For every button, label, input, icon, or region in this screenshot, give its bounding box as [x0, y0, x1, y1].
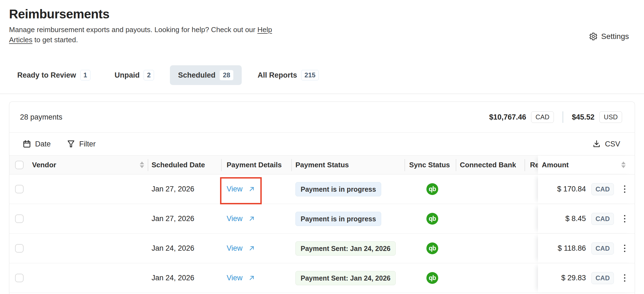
row-checkbox[interactable]	[15, 274, 24, 282]
amount-value: $ 8.45	[565, 214, 586, 223]
subtitle-text: to get started.	[32, 36, 78, 44]
currency-badge: CAD	[591, 242, 614, 255]
help-articles-link[interactable]: Help	[257, 26, 272, 34]
tab-count-badge: 215	[301, 70, 319, 80]
row-menu-button[interactable]	[623, 273, 626, 283]
view-payment-link[interactable]: View	[227, 244, 255, 253]
column-header-vendor[interactable]: Vendor	[30, 156, 148, 174]
subtitle-text: Manage reimbursement exports and payouts…	[9, 26, 257, 34]
table-toolbar: Date Filter CSV	[9, 133, 635, 155]
table-row: Jan 24, 2026 View Payment Sent: Jan 24, …	[9, 234, 635, 263]
scheduled-date-cell: Jan 27, 2026	[148, 204, 222, 233]
external-link-icon	[248, 215, 255, 222]
scheduled-date-cell: Jan 24, 2026	[148, 234, 222, 263]
currency-chip-cad: CAD	[531, 111, 554, 123]
column-header-amount[interactable]: Amount	[538, 156, 635, 174]
vendor-cell	[30, 263, 148, 293]
connected-bank-cell	[456, 234, 525, 263]
settings-button[interactable]: Settings	[589, 28, 629, 45]
view-payment-link[interactable]: View	[227, 214, 255, 223]
amount-value: $ 118.86	[558, 244, 586, 253]
table-row: Jan 24, 2026 View Payment Sent: Jan 24, …	[9, 263, 635, 293]
tab-ready-to-review[interactable]: Ready to Review 1	[9, 65, 99, 85]
currency-badge: CAD	[591, 272, 614, 284]
row-menu-button[interactable]	[623, 184, 626, 194]
tab-all-reports[interactable]: All Reports 215	[249, 65, 327, 85]
row-checkbox[interactable]	[15, 244, 24, 253]
total-amount-cad: $10,767.46	[489, 113, 526, 121]
tab-count-badge: 2	[144, 70, 154, 80]
tab-count-badge: 28	[220, 70, 233, 80]
payments-count: 28 payments	[20, 113, 62, 121]
column-header-payment-status: Payment Status	[292, 156, 405, 174]
download-icon	[592, 140, 601, 148]
reimbursements-page: Reimbursements Manage reimbursement expo…	[0, 0, 644, 294]
date-filter-button[interactable]: Date	[22, 140, 51, 148]
column-header-payment-details: Payment Details	[222, 156, 292, 174]
quickbooks-icon[interactable]: qb	[426, 272, 438, 284]
table-row: Jan 27, 2026 View Payment is in progress…	[9, 204, 635, 234]
currency-badge: CAD	[591, 183, 614, 195]
vendor-cell	[30, 174, 148, 204]
totals: $10,767.46 CAD $45.52 USD	[489, 111, 622, 123]
amount-value: $ 170.84	[557, 185, 586, 193]
column-header-sync-status: Sync Status	[405, 156, 456, 174]
quickbooks-icon[interactable]: qb	[426, 183, 438, 195]
settings-label: Settings	[601, 32, 629, 41]
page-subtitle: Manage reimbursement exports and payouts…	[9, 25, 272, 45]
currency-chip-usd: USD	[599, 111, 622, 123]
help-articles-link[interactable]: Articles	[9, 36, 32, 44]
csv-export-button[interactable]: CSV	[592, 140, 620, 148]
payment-status-chip: Payment Sent: Jan 24, 2026	[295, 241, 396, 256]
payment-status-chip: Payment is in progress	[295, 212, 381, 226]
connected-bank-cell	[456, 174, 525, 204]
currency-badge: CAD	[591, 213, 614, 225]
gear-icon	[589, 32, 598, 41]
divider	[563, 111, 563, 123]
payment-status-chip: Payment Sent: Jan 24, 2026	[295, 271, 396, 285]
quickbooks-icon[interactable]: qb	[426, 242, 438, 254]
external-link-icon	[248, 245, 255, 252]
quickbooks-icon[interactable]: qb	[426, 213, 438, 225]
tab-count-badge: 1	[80, 70, 90, 80]
tab-unpaid[interactable]: Unpaid 2	[106, 65, 162, 85]
page-header: Reimbursements Manage reimbursement expo…	[0, 0, 644, 45]
divider	[0, 94, 644, 94]
table-row: Jan 27, 2026 View Payment is in progress…	[9, 174, 635, 204]
tab-bar: Ready to Review 1 Unpaid 2 Scheduled 28 …	[9, 65, 644, 85]
vendor-cell	[30, 234, 148, 263]
external-link-icon	[248, 185, 255, 193]
connected-bank-cell	[456, 204, 525, 233]
payments-card: 28 payments $10,767.46 CAD $45.52 USD Da…	[9, 101, 635, 294]
column-header-connected-bank: Connected Bank	[456, 156, 525, 174]
sort-icon[interactable]	[621, 162, 626, 168]
payment-status-chip: Payment is in progress	[295, 182, 381, 196]
view-payment-link[interactable]: View	[227, 185, 255, 193]
scheduled-date-cell: Jan 27, 2026	[148, 174, 222, 204]
column-header-scheduled-date: Scheduled Date	[148, 156, 222, 174]
connected-bank-cell	[456, 263, 525, 293]
sort-icon[interactable]	[140, 162, 144, 168]
amount-value: $ 29.83	[561, 274, 586, 282]
row-menu-button[interactable]	[623, 214, 626, 224]
calendar-icon	[22, 140, 31, 148]
select-all-checkbox[interactable]	[15, 161, 24, 169]
row-checkbox[interactable]	[15, 214, 24, 223]
summary-row: 28 payments $10,767.46 CAD $45.52 USD	[9, 102, 635, 133]
vendor-cell	[30, 204, 148, 233]
external-link-icon	[248, 274, 255, 282]
table-body: Jan 27, 2026 View Payment is in progress…	[9, 174, 635, 293]
total-amount-usd: $45.52	[572, 113, 595, 121]
tab-scheduled[interactable]: Scheduled 28	[170, 65, 242, 85]
funnel-icon	[67, 140, 75, 148]
page-title: Reimbursements	[9, 7, 272, 21]
table-header-row: Vendor Scheduled Date Payment Details Pa…	[9, 155, 635, 174]
row-checkbox[interactable]	[15, 185, 24, 193]
scheduled-date-cell: Jan 24, 2026	[148, 263, 222, 293]
row-menu-button[interactable]	[623, 244, 626, 253]
filter-button[interactable]: Filter	[67, 140, 96, 148]
view-payment-link[interactable]: View	[227, 274, 255, 282]
